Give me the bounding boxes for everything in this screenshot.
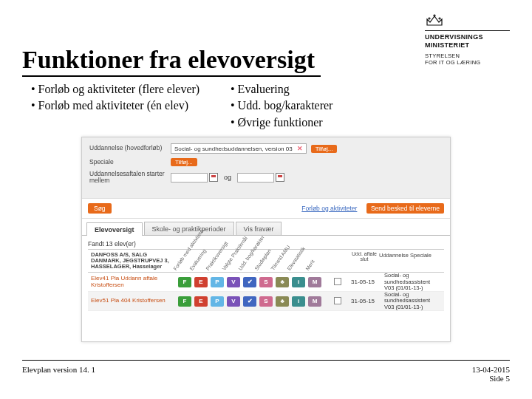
bullets-left: • Forløb og aktiviteter (flere elever) •… xyxy=(31,81,231,131)
date-to-input[interactable] xyxy=(237,173,274,183)
action-icons: FEPV✔S♣iM xyxy=(177,276,324,289)
action-icon[interactable]: V xyxy=(227,296,240,307)
footer-date: 13-04-2015 xyxy=(472,365,510,374)
date-from-input[interactable] xyxy=(171,173,208,183)
action-icon[interactable]: P xyxy=(211,277,224,287)
action-icon[interactable]: ♣ xyxy=(276,296,289,307)
action-icon[interactable]: E xyxy=(194,296,208,307)
calendar-icon[interactable] xyxy=(276,173,284,182)
row-checkbox[interactable] xyxy=(334,278,341,285)
row-checkbox[interactable] xyxy=(334,297,341,304)
action-icon[interactable]: E xyxy=(194,277,208,287)
company-address: DANFOSS A/S, SALG DANMARK, JEGSTRUPVEJ 3… xyxy=(88,250,177,273)
search-bar: Søg Forløb og aktiviteter Send besked ti… xyxy=(82,198,450,219)
tilfoj-button-2[interactable]: Tilføj... xyxy=(171,158,197,166)
slide-footer: Elevplan version 14. 1 13-04-2015 Side 5 xyxy=(22,360,510,383)
search-button[interactable]: Søg xyxy=(88,203,112,214)
student-link[interactable]: Elev51 Pia 404 Kristoffersen xyxy=(88,296,177,306)
col-checkbox xyxy=(324,250,351,273)
action-icon[interactable]: i xyxy=(292,277,305,287)
send-message-button[interactable]: Send besked til eleverne xyxy=(366,203,444,214)
crown-icon xyxy=(425,13,444,28)
date-label: Uddannelsesaftalen starter mellem xyxy=(89,171,171,185)
speciale-label: Speciale xyxy=(89,159,171,166)
action-icon[interactable]: M xyxy=(308,277,321,287)
icon-column-headers: Forløb med aktiviteter Evaluering Prakti… xyxy=(177,250,324,273)
table-header: DANFOSS A/S, SALG DANMARK, JEGSTRUPVEJ 3… xyxy=(88,249,444,273)
action-icon[interactable]: V xyxy=(227,277,240,287)
results: Fandt 13 elev(er) DANFOSS A/S, SALG DANM… xyxy=(82,236,450,311)
footer-page: Side 5 xyxy=(472,374,510,383)
action-icon[interactable]: i xyxy=(292,296,305,307)
action-icon[interactable]: P xyxy=(211,296,224,307)
tab-skole[interactable]: Skole- og praktikperioder xyxy=(144,222,234,235)
filter-form: Uddannelse (hovedforløb) Social- og sund… xyxy=(82,137,450,198)
udd-date: 31-05-15 xyxy=(351,298,384,304)
logo-text: UNDERVISNINGSMINISTERIET xyxy=(425,30,510,50)
uddannelse-select[interactable]: Social- og sundhedsuddannelsen, version … xyxy=(171,143,307,154)
tilfoj-button[interactable]: Tilføj... xyxy=(311,145,338,153)
col-udd-slut: Udd. aftale slut xyxy=(351,250,378,273)
table-row[interactable]: Elev51 Pia 404 Kristoffersen FEPV✔S♣iM 3… xyxy=(88,292,444,311)
action-icons: FEPV✔S♣iM xyxy=(177,295,324,308)
action-icon[interactable]: ✔ xyxy=(243,296,256,307)
app-screenshot: Uddannelse (hovedforløb) Social- og sund… xyxy=(81,137,451,342)
forlob-link[interactable]: Forløb og aktiviteter xyxy=(301,205,357,212)
ministry-logo: UNDERVISNINGSMINISTERIET STYRELSENFOR IT… xyxy=(425,13,510,66)
col-speciale: Uddannelse Speciale xyxy=(378,250,444,273)
action-icon[interactable]: ✔ xyxy=(243,277,256,287)
action-icon[interactable]: S xyxy=(259,296,273,307)
udd-text: Social- og sundhedsassistent V03 (01/01-… xyxy=(384,273,444,291)
calendar-icon[interactable] xyxy=(209,173,218,182)
action-icon[interactable]: M xyxy=(308,296,321,307)
logo-subtext: STYRELSENFOR IT OG LÆRING xyxy=(425,52,510,66)
footer-version: Elevplan version 14. 1 xyxy=(22,365,95,383)
uddannelse-label: Uddannelse (hovedforløb) xyxy=(89,145,171,151)
student-link[interactable]: Elev41 Pia Uddann aftale Kristoffersen xyxy=(88,273,177,290)
bullet-lists: • Forløb og aktiviteter (flere elever) •… xyxy=(31,81,393,131)
result-count: Fandt 13 elev(er) xyxy=(88,240,444,248)
action-icon[interactable]: S xyxy=(259,277,273,287)
tab-fravaer[interactable]: Vis fravær xyxy=(236,222,282,235)
page-title: Funktioner fra elevoversigt xyxy=(22,46,321,77)
bullets-right: • Evaluering • Udd. bog/karakterer • Øvr… xyxy=(231,81,393,131)
action-icon[interactable]: ♣ xyxy=(276,277,289,287)
close-icon[interactable]: ✕ xyxy=(297,145,303,152)
action-icon[interactable]: F xyxy=(178,296,191,307)
udd-text: Social- og sundhedsassistent V03 (01/01-… xyxy=(384,292,444,310)
action-icon[interactable]: F xyxy=(178,277,191,287)
tab-elevoversigt[interactable]: Elevoversigt xyxy=(86,222,143,236)
udd-date: 31-05-15 xyxy=(351,279,384,285)
date-join: og xyxy=(224,174,231,181)
tab-bar: Elevoversigt Skole- og praktikperioder V… xyxy=(82,222,450,236)
table-row[interactable]: Elev41 Pia Uddann aftale Kristoffersen F… xyxy=(88,273,444,292)
